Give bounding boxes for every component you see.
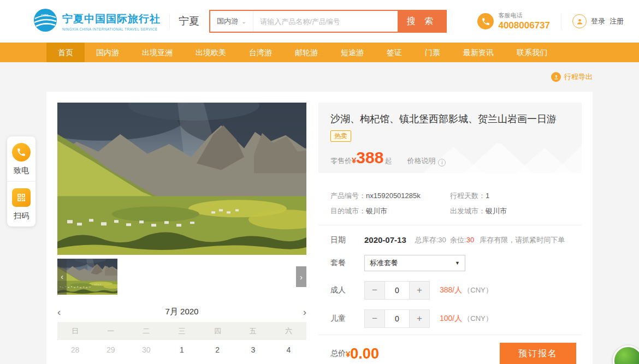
child-unit-price: 100/人 xyxy=(440,314,462,324)
total-row: 总价 ¥ 0.00 预订报名 xyxy=(318,335,582,364)
globe-logo-icon: CITS xyxy=(33,8,58,35)
adult-currency-note: （CNY） xyxy=(463,285,492,295)
total-label: 总价 xyxy=(330,349,346,359)
nav-item-home[interactable]: 首页 xyxy=(46,43,85,62)
weekday-label: 二 xyxy=(128,322,164,340)
gallery-prev-button[interactable]: ‹ xyxy=(57,259,67,295)
hot-sale-badge: 热卖 xyxy=(330,130,351,142)
gallery-thumbnail[interactable]: ‹ xyxy=(57,259,117,295)
search-button[interactable]: 搜 索 xyxy=(398,11,446,32)
itinerary-export-button[interactable]: 行程导出 xyxy=(551,72,593,82)
nav-item-visa[interactable]: 签证 xyxy=(375,43,413,62)
package-select[interactable]: 标准套餐 ▼ xyxy=(364,255,465,271)
product-main-photo xyxy=(57,103,306,255)
adult-row: 成人 − + 388/人 （CNY） xyxy=(318,281,582,300)
info-item: 行程天数：1 xyxy=(450,190,570,201)
user-icon xyxy=(572,14,587,28)
nav-item-cruise[interactable]: 邮轮游 xyxy=(283,43,329,62)
price-amount: 388 xyxy=(356,150,383,166)
adult-label: 成人 xyxy=(330,285,364,295)
call-label: 致电 xyxy=(14,166,29,176)
calendar-day-cell[interactable]: 2 xyxy=(200,340,235,360)
region-switcher[interactable]: 宁夏 xyxy=(169,14,199,28)
nav-item-taiwan[interactable]: 台湾游 xyxy=(238,43,283,62)
product-summary-panel: 沙湖、枸杞馆、镇北堡西部影城、贺兰山岩画一日游 热卖 零售价 ¥ 388 起 价… xyxy=(318,103,582,173)
total-amount: 0.00 xyxy=(350,347,379,361)
register-link[interactable]: 注册 xyxy=(610,16,624,26)
package-row: 套餐 标准套餐 ▼ xyxy=(318,255,582,271)
product-title: 沙湖、枸杞馆、镇北堡西部影城、贺兰山岩画一日游 xyxy=(330,112,570,126)
qr-code-icon xyxy=(12,188,31,207)
weekday-label: 一 xyxy=(93,322,128,340)
child-plus-button[interactable]: + xyxy=(409,309,430,328)
calendar-weekday-header: 日 一 二 三 四 五 六 xyxy=(57,322,306,340)
adult-quantity-stepper: − + xyxy=(364,281,430,300)
info-item: 出发城市：银川市 xyxy=(450,206,570,216)
service-phone-number: 4008006737 xyxy=(498,20,550,31)
nav-item-outbound-asia[interactable]: 出境亚洲 xyxy=(131,43,184,62)
child-currency-note: （CNY） xyxy=(463,314,492,324)
child-label: 儿童 xyxy=(330,314,364,324)
gallery-next-button[interactable]: › xyxy=(296,266,306,287)
chat-widget-button[interactable] xyxy=(613,345,639,364)
remaining-seats: 30 xyxy=(466,236,474,244)
child-row: 儿童 − + 100/人 （CNY） xyxy=(318,309,582,328)
weekday-label: 五 xyxy=(235,322,271,340)
main-nav: 首页 国内游 出境亚洲 出境欧美 台湾游 邮轮游 短途游 签证 门票 最新资讯 … xyxy=(0,43,639,62)
calendar-day-cell[interactable]: 4 xyxy=(271,340,306,360)
floating-contact-sidebar: 致电 扫码 xyxy=(7,136,36,226)
adult-plus-button[interactable]: + xyxy=(409,281,430,300)
price-currency: ¥ xyxy=(352,156,356,165)
calendar-day-cell[interactable]: 28 xyxy=(57,340,93,360)
weekday-label: 六 xyxy=(271,322,306,340)
nav-item-short-trip[interactable]: 短途游 xyxy=(329,43,375,62)
scan-label: 扫码 xyxy=(14,211,29,221)
site-logo[interactable]: CITS 宁夏中国国际旅行社 NINGXIA CHINA INTERNATION… xyxy=(33,8,161,35)
nav-item-tickets[interactable]: 门票 xyxy=(413,43,452,62)
search-input[interactable] xyxy=(253,11,398,32)
dropdown-arrow-icon: ▼ xyxy=(455,260,460,266)
calendar-day-cell[interactable]: 30 xyxy=(128,340,164,360)
calendar-day-cell[interactable]: 29 xyxy=(93,340,128,360)
child-quantity-stepper: − + xyxy=(364,309,430,328)
calendar-month-title: 7月 2020 xyxy=(74,307,290,317)
scan-qr-button[interactable]: 扫码 xyxy=(7,181,36,226)
itinerary-export-label: 行程导出 xyxy=(564,72,593,82)
nav-item-domestic[interactable]: 国内游 xyxy=(85,43,131,62)
calendar-day-cell[interactable]: 3 xyxy=(235,340,271,360)
weekday-label: 四 xyxy=(200,322,235,340)
service-phone: 客服电话 4008006737 xyxy=(477,11,550,31)
child-minus-button[interactable]: − xyxy=(364,309,385,328)
search-category-dropdown[interactable]: 国内游 ⌄ xyxy=(210,11,253,32)
child-quantity-input[interactable] xyxy=(385,309,409,328)
service-phone-label: 客服电话 xyxy=(498,11,550,20)
weekday-label: 三 xyxy=(164,322,199,340)
login-link[interactable]: 登录 xyxy=(591,16,605,26)
brand-name-en: NINGXIA CHINA INTERNATIONAL TRAVEL SERVI… xyxy=(62,27,161,31)
nav-item-outbound-europe-america[interactable]: 出境欧美 xyxy=(184,43,238,62)
phone-icon xyxy=(12,143,31,162)
nav-item-news[interactable]: 最新资讯 xyxy=(452,43,505,62)
date-row: 日期 2020-07-13 总库存:30 余位:30 库存有限，请抓紧时间下单 xyxy=(318,235,582,245)
calendar-next-month-button[interactable]: › xyxy=(290,307,306,317)
price-explanation-link[interactable]: 价格说明i xyxy=(407,156,446,166)
call-button[interactable]: 致电 xyxy=(7,136,36,181)
page: CITS 宁夏中国国际旅行社 NINGXIA CHINA INTERNATION… xyxy=(0,0,639,364)
site-header: CITS 宁夏中国国际旅行社 NINGXIA CHINA INTERNATION… xyxy=(0,0,639,43)
retail-price-row: 零售价 ¥ 388 起 价格说明i xyxy=(330,150,570,166)
info-item: 目的城市：银川市 xyxy=(330,206,450,216)
adult-quantity-input[interactable] xyxy=(385,281,409,300)
nav-item-contact[interactable]: 联系我们 xyxy=(505,43,559,62)
book-now-button[interactable]: 预订报名 xyxy=(500,343,576,364)
calendar-dates-row: 28 29 30 1 2 3 4 xyxy=(57,340,306,360)
section-divider xyxy=(318,225,582,225)
calendar-prev-month-button[interactable]: ‹ xyxy=(57,307,74,317)
search-bar: 国内游 ⌄ 搜 索 xyxy=(209,10,447,33)
svg-text:CITS: CITS xyxy=(41,14,49,17)
calendar-day-cell[interactable]: 1 xyxy=(164,340,199,360)
brand-name: 宁夏中国国际旅行社 xyxy=(62,12,161,26)
info-item: 产品编号：nx15920501285k xyxy=(330,190,450,201)
package-label: 套餐 xyxy=(330,258,364,268)
package-selected-value: 标准套餐 xyxy=(370,258,398,268)
adult-minus-button[interactable]: − xyxy=(364,281,385,300)
